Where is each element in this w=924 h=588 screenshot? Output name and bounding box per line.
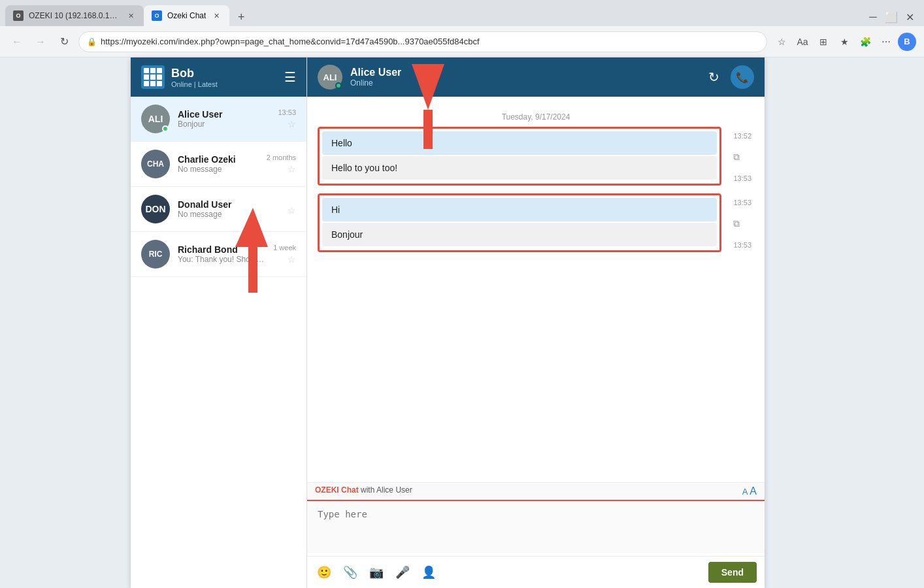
footer-brand: OZEKI Chat [315, 485, 359, 495]
contact-item-alice[interactable]: ALI Alice User Bonjour 13:53 ☆ [131, 97, 306, 142]
minimize-button[interactable]: ─ [864, 8, 882, 26]
chat-header-actions: ↻ 📞 [702, 65, 754, 89]
right-padding [765, 57, 924, 588]
close-button[interactable]: ✕ [900, 8, 919, 26]
favorites-button[interactable]: ★ [835, 33, 853, 51]
font-small-button[interactable]: A [742, 487, 748, 497]
brand-dot-3 [157, 68, 162, 73]
sidebar: Bob Online | Latest ☰ [131, 57, 307, 588]
avatar-initials-charlie: CHA [147, 159, 164, 169]
video-button[interactable]: 📷 [367, 563, 386, 581]
sidebar-username: Bob [171, 67, 218, 80]
latest-label: Latest [198, 80, 218, 88]
forward-button[interactable]: → [31, 33, 50, 51]
contact-info-alice: Alice User Bonjour [178, 109, 270, 129]
contact-time-richard: 1 week [273, 244, 296, 252]
brand-icon [141, 65, 165, 89]
tab-close-chat[interactable]: ✕ [211, 10, 222, 21]
address-bar[interactable]: 🔒 https://myozeki.com/index.php?owpn=pag… [78, 31, 767, 52]
star-donald[interactable]: ☆ [288, 205, 296, 216]
avatar-initials-richard: RIC [149, 250, 163, 259]
avatar-alice: ALI [141, 105, 170, 133]
message-input[interactable] [307, 501, 765, 553]
brand-dot-6 [157, 74, 162, 80]
avatar-donald: DON [141, 195, 170, 223]
contact-meta-donald: ☆ [288, 203, 296, 216]
url-text: https://myozeki.com/index.php?owpn=page_… [101, 37, 480, 46]
contact-item-richard[interactable]: RIC Richard Bond You: Thank you! Should … [131, 232, 306, 277]
msg1-time: 13:52 [733, 132, 751, 140]
contact-preview-donald: No message [178, 210, 280, 219]
contact-time-alice: 13:53 [278, 108, 296, 116]
maximize-button[interactable]: ⬜ [882, 8, 900, 26]
brand-dot-1 [144, 68, 149, 73]
contact-preview-alice: Bonjour [178, 120, 270, 129]
message-group-1: Hello Hello to you too! 13:52 ⧉ 13:53 [318, 127, 754, 186]
bookmark-star-button[interactable]: ☆ [772, 33, 791, 51]
app-content-area: Bob Online | Latest ☰ [0, 57, 924, 588]
date-divider: Tuesday, 9/17/2024 [318, 112, 754, 122]
emoji-button[interactable]: 🙂 [315, 563, 333, 581]
microphone-button[interactable]: 🎤 [393, 563, 412, 581]
msg1-copy-icon[interactable]: ⧉ [733, 152, 751, 163]
message-group-2: Hi Bonjour 13:53 ⧉ 13:53 [318, 193, 754, 252]
tab-favicon-chat: O [152, 10, 162, 21]
star-charlie[interactable]: ☆ [288, 164, 296, 174]
contact-preview-charlie: No message [178, 165, 259, 174]
profile-button[interactable]: B [898, 33, 916, 51]
message-toolbar: 🙂 📎 📷 🎤 👤 Send [307, 556, 765, 588]
tab-label-server: OZEKI 10 (192.168.0.125) [29, 11, 120, 20]
sidebar-brand: Bob Online | Latest [141, 65, 218, 89]
lock-icon: 🔒 [87, 37, 97, 46]
contacts-button[interactable]: 👤 [420, 563, 438, 581]
phone-call-button[interactable]: 📞 [731, 65, 754, 89]
contact-name-alice: Alice User [178, 109, 270, 120]
brand-dot-2 [150, 68, 156, 73]
attachment-button[interactable]: 📎 [341, 563, 359, 581]
brand-dot-8 [150, 81, 156, 86]
message-highlight-1: Hello Hello to you too! [318, 127, 721, 186]
msg3-copy-icon[interactable]: ⧉ [733, 218, 751, 229]
chat-messages: Tuesday, 9/17/2024 Hello Hello to you to… [307, 97, 765, 482]
brand-dot-7 [144, 81, 149, 86]
message-times-group1: 13:52 ⧉ 13:53 [733, 132, 751, 182]
contact-meta-charlie: 2 months ☆ [267, 154, 296, 174]
msg4-time: 13:53 [733, 241, 751, 249]
contact-time-charlie: 2 months [267, 154, 296, 161]
sidebar-status: Online | Latest [171, 80, 218, 88]
font-size-controls: A A [742, 485, 757, 497]
brand-dot-5 [150, 74, 156, 80]
reload-button[interactable]: ↻ [55, 33, 73, 51]
font-large-button[interactable]: A [750, 485, 757, 497]
refresh-chat-button[interactable]: ↻ [702, 65, 725, 89]
chat-header-avatar: ALI [318, 65, 342, 90]
tab-label-chat: Ozeki Chat [167, 11, 206, 20]
message-hi: Hi [322, 198, 717, 221]
back-button[interactable]: ← [8, 33, 26, 51]
extensions-button[interactable]: 🧩 [856, 33, 874, 51]
send-button[interactable]: Send [708, 562, 757, 583]
reading-mode-button[interactable]: Aa [793, 33, 812, 51]
sidebar-header: Bob Online | Latest ☰ [131, 57, 306, 97]
chat-header: ALI Alice User Online ↻ 📞 [307, 57, 765, 97]
collections-button[interactable]: ⊞ [814, 33, 833, 51]
chat-header-online-dot [335, 82, 342, 89]
star-richard[interactable]: ☆ [288, 254, 296, 265]
contact-info-richard: Richard Bond You: Thank you! Should we p… [178, 244, 265, 264]
star-alice[interactable]: ☆ [288, 119, 296, 129]
tab-ozeki-chat[interactable]: O Ozeki Chat ✕ [144, 5, 229, 26]
chat-header-info: Alice User Online [350, 67, 694, 88]
message-input-area [307, 500, 765, 556]
tab-ozeki-server[interactable]: O OZEKI 10 (192.168.0.125) ✕ [5, 5, 144, 26]
browser-menu-button[interactable]: ⋯ [877, 33, 895, 51]
new-tab-button[interactable]: + [232, 8, 250, 26]
tab-close-server[interactable]: ✕ [125, 10, 136, 21]
hamburger-menu[interactable]: ☰ [284, 69, 296, 85]
chat-header-initials: ALI [323, 73, 337, 82]
contact-item-charlie[interactable]: CHA Charlie Ozeki No message 2 months ☆ [131, 142, 306, 187]
avatar-charlie: CHA [141, 150, 170, 178]
contact-name-charlie: Charlie Ozeki [178, 154, 259, 165]
left-padding [0, 57, 131, 588]
contact-meta-alice: 13:53 ☆ [278, 108, 296, 129]
contact-item-donald[interactable]: DON Donald User No message ☆ [131, 187, 306, 232]
